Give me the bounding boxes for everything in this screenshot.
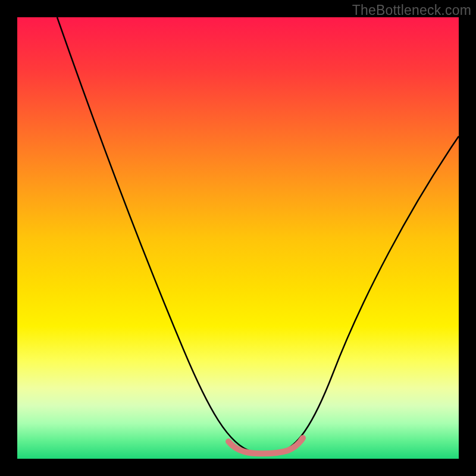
bottleneck-curve-path [57,17,459,453]
chart-frame [17,17,459,459]
bottleneck-chart [17,17,459,459]
watermark-text: TheBottleneck.com [352,2,471,18]
